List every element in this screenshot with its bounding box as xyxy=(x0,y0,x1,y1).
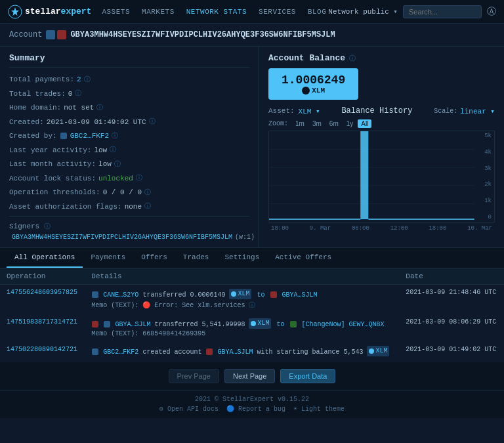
signers-hint[interactable]: ⓘ xyxy=(44,223,51,230)
total-trades-label: Total trades: xyxy=(9,89,66,100)
account-address[interactable]: GBYA3MHW4HSEYESZI7WFIVPDIPCLHIV26AHYQE3F… xyxy=(70,30,335,39)
op-detail-1: CANE…S2YO transferred 0.0006149 XLM to G… xyxy=(91,289,392,301)
tab-payments[interactable]: Payments xyxy=(83,248,133,268)
op-date-2: 2021-03-09 08:06:29 UTC xyxy=(406,318,496,326)
op2-from-addr[interactable]: GBYA…SJLM xyxy=(115,321,150,328)
op1-to-addr[interactable]: GBYA…SJLM xyxy=(282,291,317,299)
op1-xlm-badge: XLM xyxy=(229,289,251,299)
search-input[interactable] xyxy=(403,5,482,18)
tab-trades[interactable]: Trades xyxy=(175,248,217,268)
created-by-icon xyxy=(60,133,67,139)
nav-network-stats[interactable]: NETWORK STATS xyxy=(186,8,247,16)
y-label-5k: 5k xyxy=(484,133,492,139)
op2-to-addr[interactable]: [ChangeNow] GEWY…QN8X xyxy=(302,321,385,328)
zoom-1m[interactable]: 1m xyxy=(292,119,308,128)
created-hint[interactable]: ⓘ xyxy=(149,117,156,127)
op-memo-2: Memo (TEXT): 6685498414269395 xyxy=(91,330,392,337)
footer-copyright: 2021 © StellarExpert v0.15.22 xyxy=(5,396,499,403)
total-trades-hint[interactable]: ⓘ xyxy=(75,89,81,98)
op3-from-addr[interactable]: GBC2…FKF2 xyxy=(103,348,138,356)
op2-xlm-dot xyxy=(251,321,256,326)
last-month-hint[interactable]: ⓘ xyxy=(114,159,121,169)
scale-selector[interactable]: linear ▾ xyxy=(460,107,495,116)
footer-api-docs[interactable]: ⚙ Open API docs xyxy=(159,405,219,413)
tab-settings[interactable]: Settings xyxy=(217,248,267,268)
thresholds-row: Operation thresholds: 0 / 0 / 0 ⓘ xyxy=(9,187,249,198)
op3-xlm-badge: XLM xyxy=(367,346,389,356)
op-memo-1: Memo (TEXT): 🔴 Error: See xlm.services ⓘ xyxy=(91,301,392,310)
user-icon[interactable]: Ⓐ xyxy=(487,6,496,18)
op2-from-icon1 xyxy=(92,321,98,327)
thresholds-hint[interactable]: ⓘ xyxy=(144,188,151,198)
last-year-hint[interactable]: ⓘ xyxy=(110,145,116,155)
prev-page-button[interactable]: Prev Page xyxy=(169,369,219,383)
nav-right: Network public ▾ Ⓐ xyxy=(328,5,496,18)
nav-assets[interactable]: ASSETS xyxy=(102,8,130,16)
op1-memo-hint[interactable]: ⓘ xyxy=(249,302,255,309)
logo[interactable]: stellarexpert xyxy=(8,5,91,19)
total-payments-label: Total payments: xyxy=(9,74,74,85)
lock-status-hint[interactable]: ⓘ xyxy=(136,173,142,183)
main-content: Summary Total payments: 2 ⓘ Total trades… xyxy=(0,47,504,247)
breadcrumb-icons xyxy=(46,30,66,39)
total-payments-hint[interactable]: ⓘ xyxy=(84,75,91,85)
breadcrumb: Account GBYA3MHW4HSEYESZI7WFIVPDIPCLHIV2… xyxy=(0,24,504,47)
nav-markets[interactable]: MARKETS xyxy=(142,8,175,16)
logo-text: stellarexpert xyxy=(25,7,91,16)
op-detail-2: GBYA…SJLM transferred 5,541.99998 XLM to… xyxy=(91,318,392,330)
network-badge: Network public ▾ xyxy=(328,7,398,16)
tab-all-operations[interactable]: All Operations xyxy=(7,248,83,268)
navbar: stellarexpert ASSETS MARKETS NETWORK STA… xyxy=(0,0,504,24)
tab-offers[interactable]: Offers xyxy=(133,248,175,268)
signer-weight: (w:1) xyxy=(235,234,255,241)
op-id-2[interactable]: 147519838717314721 xyxy=(7,318,77,326)
balance-hint[interactable]: ⓘ xyxy=(349,54,356,63)
home-domain-hint[interactable]: ⓘ xyxy=(96,103,103,113)
table-head: Operation Details Date xyxy=(0,268,504,285)
zoom-1y[interactable]: 1y xyxy=(343,119,357,128)
tab-active-offers[interactable]: Active Offers xyxy=(267,248,339,268)
chart-y-labels: 5k 4k 3k 2k 1k 0 xyxy=(484,131,492,222)
created-value: 2021-03-09 01:49:02 UTC xyxy=(47,117,146,128)
op-id-1[interactable]: 147556248603957825 xyxy=(7,289,77,296)
op2-xlm-badge: XLM xyxy=(249,318,271,329)
created-by-row: Created by: GBC2…FKF2 ⓘ xyxy=(9,131,249,142)
y-label-2k: 2k xyxy=(484,181,492,188)
created-by-hint[interactable]: ⓘ xyxy=(112,131,118,141)
home-domain-label: Home domain: xyxy=(9,102,61,114)
nav-services[interactable]: SERVICES xyxy=(259,8,296,16)
zoom-3m[interactable]: 3m xyxy=(309,119,325,128)
zoom-6m[interactable]: 6m xyxy=(326,119,342,128)
chart-container: 5k 4k 3k 2k 1k 0 xyxy=(268,131,495,222)
breadcrumb-label: Account xyxy=(9,30,42,39)
created-label: Created: xyxy=(9,117,44,128)
auth-flags-hint[interactable]: ⓘ xyxy=(144,201,151,211)
next-page-button[interactable]: Next Page xyxy=(224,369,275,383)
auth-flags-label: Asset authorization flags: xyxy=(9,201,122,213)
op-id-3[interactable]: 147502280890142721 xyxy=(7,346,77,353)
op-detail-3: GBC2…FKF2 created account GBYA…SJLM with… xyxy=(91,346,392,358)
zoom-all[interactable]: All xyxy=(358,119,371,128)
signer-address[interactable]: GBYA3MHW4HSEYESZI7WFIVPDIPCLHIV26AHYQE3F… xyxy=(12,234,232,241)
balance-header: Account Balance ⓘ xyxy=(268,53,495,63)
created-by-link[interactable]: GBC2…FKF2 xyxy=(70,131,109,142)
total-trades-value: 0 xyxy=(68,89,73,100)
asset-selector[interactable]: XLM ▾ xyxy=(299,107,320,116)
footer-light-theme[interactable]: ☀ Light theme xyxy=(293,405,345,413)
table-row: 147556248603957825 CANE…S2YO transferred… xyxy=(0,285,504,314)
footer-report-bug[interactable]: 🔵 Report a bug xyxy=(226,405,285,413)
last-month-value: low xyxy=(98,159,112,170)
summary-title: Summary xyxy=(9,53,249,68)
ops-tabs: All Operations Payments Offers Trades Se… xyxy=(0,248,504,268)
lock-status-value: unlocked xyxy=(98,173,133,184)
op2-from-icon2 xyxy=(104,321,110,327)
op-date-3: 2021-03-09 01:49:02 UTC xyxy=(406,346,496,353)
export-data-button[interactable]: Export Data xyxy=(280,369,335,383)
x-label-1800b: 18:00 xyxy=(429,225,446,232)
op3-to-addr[interactable]: GBYA…SJLM xyxy=(217,348,253,356)
nav-blog[interactable]: BLOG xyxy=(308,8,326,16)
scale-label: Scale: xyxy=(434,108,457,115)
op1-from-addr[interactable]: CANE…S2YO xyxy=(103,291,138,299)
y-label-3k: 3k xyxy=(484,165,492,172)
last-year-label: Last year activity: xyxy=(9,145,91,156)
